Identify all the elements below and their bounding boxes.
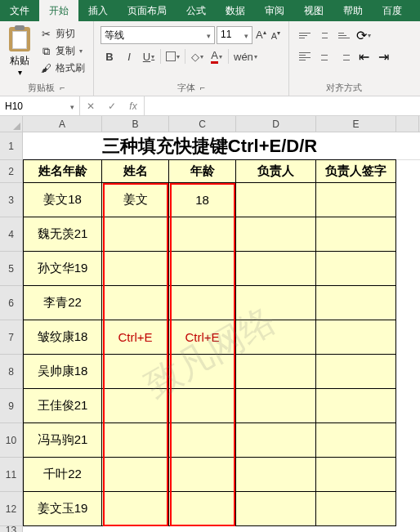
align-middle-icon[interactable] [315,26,333,44]
cell[interactable] [316,286,396,320]
cell[interactable]: 吴帅康18 [23,355,102,389]
row-header[interactable]: 2 [0,160,22,183]
cell[interactable] [102,355,169,389]
header-cell[interactable]: 姓名 [102,160,169,183]
row-header[interactable]: 9 [0,389,22,423]
cell[interactable] [316,252,396,286]
cell[interactable] [169,286,236,320]
cell[interactable]: 王佳俊21 [23,389,102,423]
name-box[interactable]: H10▾ [0,96,80,115]
header-cell[interactable]: 年龄 [169,160,236,183]
cell[interactable]: 18 [169,183,236,217]
cell[interactable] [236,320,316,355]
cell[interactable] [316,320,396,355]
header-cell[interactable]: 负责人签字 [316,160,396,183]
cell[interactable] [102,252,169,286]
row-header[interactable]: 3 [0,183,22,217]
cell[interactable]: 皱纹康18 [23,320,102,355]
bold-button[interactable]: B [101,47,118,65]
cell[interactable]: 孙文华19 [23,252,102,286]
cut-button[interactable]: ✂剪切 [38,26,87,42]
cell[interactable]: 李青22 [23,286,102,320]
cell[interactable] [169,252,236,286]
tab-review[interactable]: 审阅 [255,0,294,21]
align-center-icon[interactable] [315,47,333,65]
align-top-icon[interactable] [296,26,314,44]
font-size-select[interactable]: 11▾ [217,26,252,44]
cell[interactable] [316,183,396,217]
cell[interactable] [102,423,169,458]
select-all-corner[interactable] [0,116,23,132]
header-cell[interactable]: 姓名年龄 [23,160,102,183]
header-cell[interactable]: 负责人 [236,160,316,183]
cell[interactable] [169,217,236,252]
row-header[interactable]: 10 [0,423,22,458]
cell[interactable] [236,217,316,252]
cell[interactable] [102,286,169,320]
row-header[interactable]: 11 [0,458,22,492]
border-button[interactable]: ▾ [163,47,182,65]
tab-page-layout[interactable]: 页面布局 [118,0,176,21]
tab-home[interactable]: 开始 [39,0,78,21]
row-header[interactable]: 12 [0,492,22,526]
tab-help[interactable]: 帮助 [333,0,373,21]
cell[interactable]: 姜文18 [23,183,102,217]
cell[interactable] [169,389,236,423]
increase-font-icon[interactable]: A▴ [254,29,268,41]
cell[interactable] [316,355,396,389]
phonetic-button[interactable]: wén▾ [231,47,260,65]
cell[interactable]: 冯马驹21 [23,423,102,458]
tab-formulas[interactable]: 公式 [176,0,216,21]
fx-icon[interactable]: fx [123,96,144,115]
row-header[interactable]: 8 [0,355,22,389]
cell[interactable] [316,217,396,252]
row-header[interactable]: 1 [0,132,22,160]
align-left-icon[interactable] [296,47,314,65]
row-header[interactable]: 6 [0,286,22,320]
cell[interactable] [102,492,169,526]
tab-view[interactable]: 视图 [294,0,333,21]
row-header[interactable]: 7 [0,320,22,355]
cell[interactable] [102,217,169,252]
font-color-button[interactable]: A▾ [208,47,226,65]
cell[interactable]: 姜文 [102,183,169,217]
decrease-font-icon[interactable]: A▾ [270,29,282,41]
paste-icon[interactable] [7,26,33,52]
cell[interactable]: 魏无羡21 [23,217,102,252]
row-header[interactable]: 4 [0,217,22,252]
align-right-icon[interactable] [335,47,353,65]
cell[interactable] [236,492,316,526]
tab-file[interactable]: 文件 [0,0,39,21]
cell[interactable] [316,492,396,526]
paste-dropdown[interactable]: ▾ [18,68,22,77]
cell[interactable] [236,183,316,217]
cell[interactable]: Ctrl+E [169,320,236,355]
decrease-indent-icon[interactable]: ⇤ [355,47,373,65]
cell[interactable] [236,389,316,423]
paste-button[interactable]: 粘贴 [10,54,29,68]
cell[interactable] [169,423,236,458]
cell[interactable] [102,389,169,423]
fill-color-button[interactable]: ◇▾ [188,47,206,65]
cell[interactable] [236,286,316,320]
col-header-f[interactable] [396,116,419,132]
cell[interactable] [236,355,316,389]
cell[interactable] [236,458,316,492]
cell[interactable] [316,458,396,492]
cell[interactable]: 姜文玉19 [23,492,102,526]
row-header[interactable]: 5 [0,252,22,286]
tab-data[interactable]: 数据 [216,0,255,21]
cell[interactable]: 千叶22 [23,458,102,492]
underline-button[interactable]: U▾ [140,47,158,65]
tab-insert[interactable]: 插入 [78,0,118,21]
cell[interactable] [169,458,236,492]
col-header-a[interactable]: A [23,116,102,132]
align-bottom-icon[interactable] [335,26,353,44]
tab-baidu[interactable]: 百度 [373,0,412,21]
cell[interactable] [169,355,236,389]
cell[interactable] [316,423,396,458]
sheet-title[interactable]: 三种填充快捷键Ctrl+E/D/R [23,132,396,160]
col-header-e[interactable]: E [316,116,396,132]
orientation-icon[interactable]: ⟳▾ [355,26,373,44]
format-painter-button[interactable]: 🖌格式刷 [38,60,87,76]
